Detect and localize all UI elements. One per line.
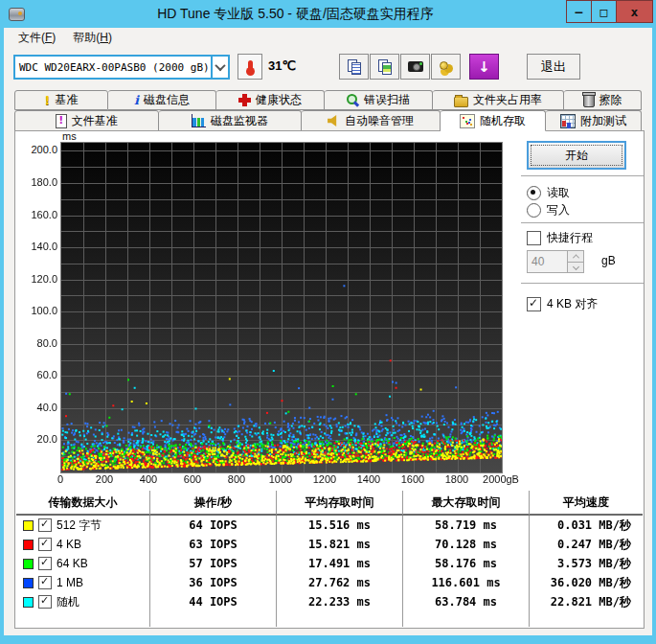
- camera-icon: [408, 61, 423, 72]
- table-cell-speed: 22.821 MB/秒: [530, 592, 643, 611]
- tab-label: 健康状态: [256, 92, 302, 108]
- table-cell-avg: 15.821 ms: [277, 535, 403, 554]
- tab-label: 磁盘信息: [144, 92, 190, 108]
- tab-trash[interactable]: 擦除: [564, 90, 642, 110]
- tab-row-1: !基准i磁盘信息健康状态错误扫描文件夹占用率擦除: [14, 90, 642, 110]
- tab-excl[interactable]: !基准: [14, 90, 108, 110]
- short-stroke-checkbox[interactable]: 快捷行程: [527, 230, 593, 246]
- y-tick-label: 40.0: [17, 402, 57, 413]
- x-tick-label: 1200: [302, 473, 348, 485]
- tab-spk[interactable]: 自动噪音管理: [302, 110, 441, 131]
- series-checkbox[interactable]: [38, 595, 52, 609]
- y-tick-label: 160.0: [17, 209, 57, 220]
- tab-grid[interactable]: 附加测试: [546, 110, 642, 131]
- copy-text-icon: [347, 59, 362, 75]
- series-label: 512 字节: [57, 518, 102, 534]
- read-radio[interactable]: 读取: [527, 185, 570, 201]
- chevron-down-icon[interactable]: [211, 57, 228, 78]
- table-filler: [150, 611, 277, 627]
- results-table: 传输数据大小操作/秒平均存取时间最大存取时间平均速度512 字节64 IOPS1…: [16, 491, 643, 627]
- exit-button[interactable]: 退出: [527, 54, 580, 80]
- tab-fexcl[interactable]: 文件基准: [14, 110, 159, 131]
- mag-icon: [347, 94, 359, 106]
- close-button[interactable]: x: [616, 0, 653, 23]
- plus-icon: [238, 94, 251, 106]
- copy-image-button[interactable]: [370, 54, 399, 80]
- 4kb-align-checkbox[interactable]: 4 KB 对齐: [527, 296, 598, 312]
- x-tick-label: 800: [214, 473, 260, 485]
- random-access-page: ms 200.0180.0160.0140.0120.0100.080.060.…: [14, 130, 645, 629]
- excl-icon: !: [45, 94, 51, 106]
- x-tick-label: 600: [170, 473, 215, 485]
- y-axis-unit-label: ms: [62, 130, 77, 142]
- x-tick-label: 1600: [390, 473, 436, 485]
- checkbox-unchecked-icon: [527, 231, 541, 245]
- tab-label: 磁盘监视器: [211, 113, 268, 129]
- folder-icon: [454, 97, 468, 107]
- write-radio[interactable]: 写入: [527, 202, 570, 218]
- table-header-0: 传输数据大小: [16, 491, 150, 516]
- copy-text-button[interactable]: [339, 54, 369, 80]
- maximize-button[interactable]: □: [591, 0, 616, 23]
- table-cell-max: 63.784 ms: [403, 592, 530, 611]
- table-cell-ops: 44 IOPS: [150, 592, 277, 611]
- x-tick-label: 200: [81, 473, 127, 485]
- tab-label: 自动噪音管理: [345, 113, 414, 129]
- table-filler: [530, 611, 643, 627]
- radio-unselected-icon: [527, 203, 541, 218]
- screenshot-button[interactable]: [400, 54, 430, 80]
- series-label: 4 KB: [57, 538, 81, 551]
- drive-select[interactable]: WDC WD20EARX-00PASB0 (2000 gB): [13, 55, 230, 80]
- y-tick-label: 20.0: [17, 433, 57, 445]
- table-filler: [277, 611, 403, 627]
- table-cell-avg: 15.516 ms: [277, 516, 403, 535]
- table-filler: [16, 611, 150, 627]
- tab-scatter[interactable]: 随机存取: [441, 110, 546, 131]
- y-tick-label: 180.0: [17, 176, 57, 188]
- start-button[interactable]: 开始: [527, 141, 626, 170]
- table-cell-speed: 0.031 MB/秒: [530, 516, 643, 535]
- tab-label: 文件夹占用率: [473, 92, 542, 108]
- tab-plus[interactable]: 健康状态: [216, 90, 325, 110]
- short-stroke-size-spinner[interactable]: 40: [527, 250, 584, 273]
- minimize-button[interactable]: –: [566, 0, 591, 23]
- spinner-up-button[interactable]: [568, 251, 583, 263]
- y-tick-label: 100.0: [17, 305, 57, 316]
- table-cell-avg: 22.233 ms: [277, 592, 403, 611]
- series-label: 随机: [57, 594, 79, 610]
- temperature-indicator: [238, 54, 262, 80]
- test-controls-panel: 开始 读取 写入 快捷行程 40: [521, 131, 645, 488]
- update-button[interactable]: ↓: [469, 54, 499, 80]
- table-cell-speed: 3.573 MB/秒: [530, 554, 643, 573]
- x-tick-label: 0: [37, 473, 83, 485]
- tab-mag[interactable]: 错误扫描: [325, 90, 433, 110]
- series-color-swatch: [23, 578, 34, 588]
- spinner-unit-label: gB: [601, 254, 616, 267]
- coins-icon: [439, 60, 453, 74]
- menu-file[interactable]: 文件(F): [10, 28, 64, 48]
- tab-info[interactable]: i磁盘信息: [108, 90, 216, 110]
- table-cell-max: 70.128 ms: [403, 535, 530, 554]
- trash-icon: [583, 94, 595, 107]
- y-tick-label: 60.0: [17, 369, 57, 380]
- spinner-value: 40: [528, 251, 567, 272]
- series-checkbox[interactable]: [38, 538, 52, 551]
- window-title: HD Tune 专业版 5.50 - 硬盘/固态硬盘实用程序: [25, 6, 566, 23]
- table-row-series-cell: 随机: [16, 592, 150, 611]
- tab-bars[interactable]: 磁盘监视器: [159, 110, 303, 131]
- series-checkbox[interactable]: [38, 557, 52, 570]
- series-checkbox[interactable]: [38, 576, 52, 589]
- tab-label: 基准: [55, 92, 78, 108]
- series-checkbox[interactable]: [38, 518, 52, 532]
- spinner-down-button[interactable]: [568, 263, 583, 273]
- tab-row-2: 文件基准磁盘监视器自动噪音管理随机存取附加测试: [14, 110, 642, 131]
- save-button[interactable]: [431, 54, 461, 80]
- tab-folder[interactable]: 文件夹占用率: [433, 90, 564, 110]
- table-cell-speed: 0.247 MB/秒: [530, 535, 643, 554]
- table-cell-max: 58.719 ms: [403, 516, 530, 535]
- separator: [521, 283, 644, 284]
- menu-help[interactable]: 帮助(H): [64, 28, 121, 48]
- app-icon: [9, 8, 25, 21]
- bars-icon: [192, 114, 206, 127]
- download-arrow-icon: ↓: [478, 58, 490, 76]
